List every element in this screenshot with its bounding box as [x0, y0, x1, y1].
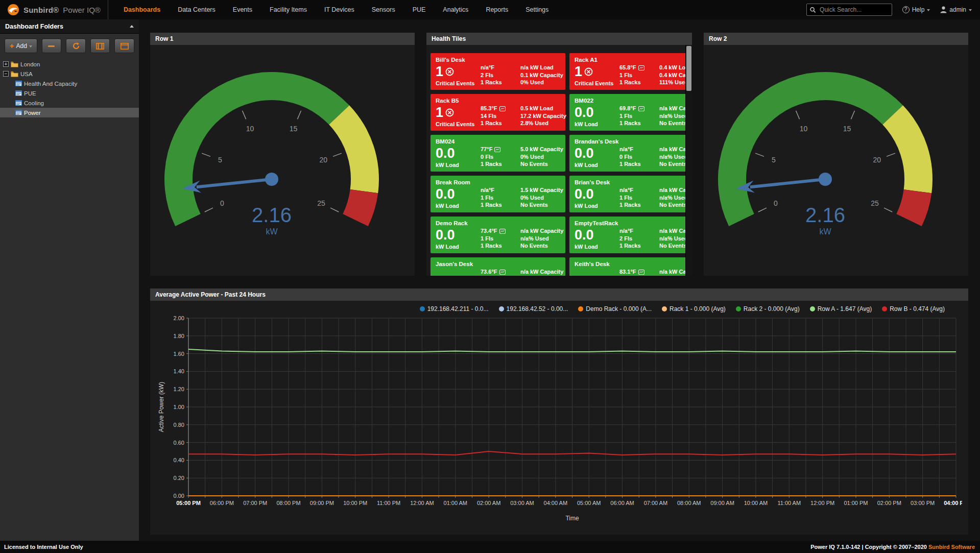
refresh-button[interactable]	[66, 39, 86, 53]
scrollbar-thumb[interactable]	[686, 46, 691, 91]
legend-item-192-168-42-211[interactable]: 192.168.42.211 - 0.0...	[420, 305, 489, 312]
trend-chart-icon[interactable]	[499, 270, 506, 275]
health-tiles-grid: Bill's Desk1Critical Eventsn/a°F2 FIs1 R…	[426, 45, 692, 276]
tile-primary-metric: 0.0kW Load	[436, 228, 481, 250]
health-tile-rack-b5[interactable]: Rack B51Critical Events85.3°F14 FIs1 Rac…	[431, 94, 565, 131]
svg-text:0.40: 0.40	[174, 457, 184, 463]
tile-primary-number: 0.0	[575, 229, 594, 242]
trend-chart-icon[interactable]	[499, 106, 506, 111]
health-tile-rack-a1[interactable]: Rack A11Critical Events65.8°F1 FIs1 Rack…	[569, 53, 692, 90]
tree-item-london[interactable]: +London	[0, 59, 139, 69]
health-tile-brian-s-desk[interactable]: Brian's Desk0.0kW Loadn/a°F1 FIs1 Racksn…	[569, 176, 692, 212]
tile-stat-text: 77°F	[481, 146, 492, 153]
tile-env-stats: n/a°F0 FIs1 Racks	[619, 146, 659, 168]
legend-item-row-b[interactable]: Row B - 0.474 (Avg)	[882, 305, 945, 312]
slideshow-button[interactable]	[90, 39, 110, 53]
tile-primary-label: Critical Events	[575, 80, 619, 86]
sunbird-software-link[interactable]: Sunbird Software	[928, 544, 975, 550]
tile-stat: n/a°F	[481, 187, 520, 194]
health-tile-keith-s-desk[interactable]: Keith's Desk0.083.1°Fn/a kW Capacity	[569, 257, 692, 276]
tree-item-power[interactable]: Power	[0, 108, 139, 117]
trend-chart-icon[interactable]	[494, 147, 500, 152]
quick-search[interactable]	[806, 4, 892, 16]
brand[interactable]: Sunbird® Power IQ®	[0, 4, 108, 16]
legend-item-row-a[interactable]: Row A - 1.647 (Avg)	[810, 305, 872, 312]
health-scrollbar[interactable]	[685, 45, 692, 276]
collapse-icon[interactable]: −	[3, 71, 9, 77]
svg-text:0: 0	[774, 199, 778, 207]
legend-item-rack-1[interactable]: Rack 1 - 0.000 (Avg)	[662, 305, 726, 312]
dashboard-folders-header[interactable]: Dashboard Folders	[0, 19, 139, 34]
legend-marker-icon	[662, 306, 667, 311]
svg-text:05:00 PM: 05:00 PM	[176, 500, 201, 506]
tile-primary-value: 0.0	[575, 147, 619, 160]
nav-facility-items[interactable]: Facility Items	[270, 6, 307, 13]
health-tile-demo-rack[interactable]: Demo Rack0.0kW Load73.4°F1 FIs1 Racksn/a…	[431, 217, 565, 253]
legend-item-demo-rack[interactable]: Demo Rack - 0.000 (A...	[578, 305, 652, 312]
tile-stat-text: n/a% Used	[520, 235, 549, 243]
health-tile-bm022[interactable]: BM0220.0kW Load69.8°F1 FIs1 Racksn/a kW …	[569, 94, 692, 131]
tile-primary-value: 0.0	[575, 276, 619, 276]
legend-label: Rack 2 - 0.000 (Avg)	[744, 305, 800, 312]
remove-button[interactable]	[42, 39, 62, 53]
nav-it-devices[interactable]: IT Devices	[324, 6, 354, 13]
svg-text:20: 20	[873, 156, 881, 164]
tile-power-stats: n/a kW Load0.1 kW Capacity0% Used	[520, 64, 560, 86]
trend-chart-icon[interactable]	[638, 106, 644, 111]
nav-reports[interactable]: Reports	[486, 6, 508, 13]
nav-settings[interactable]: Settings	[525, 6, 548, 13]
tile-stat-text: 1 FIs	[619, 113, 632, 120]
critical-event-icon	[445, 108, 454, 117]
nav-sensors[interactable]: Sensors	[372, 6, 395, 13]
tree-item-label: PUE	[24, 90, 36, 97]
collapse-panel-icon[interactable]	[130, 25, 134, 28]
tile-stats-row: 0.0kW Loadn/a°F2 FIs1 Racksn/a kW Capaci…	[575, 228, 692, 250]
tree-item-health-and-capacity[interactable]: Health And Capacity	[0, 79, 139, 88]
tile-stat: 0 FIs	[619, 154, 659, 161]
trend-chart-icon[interactable]	[499, 229, 506, 234]
svg-text:Time: Time	[565, 515, 579, 522]
svg-text:04:00 PM: 04:00 PM	[944, 500, 962, 506]
tile-title: Brian's Desk	[575, 179, 692, 185]
nav-pue[interactable]: PUE	[413, 6, 426, 13]
tile-stat-text: 2 FIs	[619, 235, 632, 243]
trend-chart-icon[interactable]	[638, 65, 644, 70]
add-button[interactable]: + Add	[5, 39, 37, 53]
health-tile-bill-s-desk[interactable]: Bill's Desk1Critical Eventsn/a°F2 FIs1 R…	[431, 53, 565, 90]
user-menu[interactable]: admin	[940, 6, 972, 13]
health-tile-bm024[interactable]: BM0240.0kW Load77°F0 FIs1 Racks5.0 kW Ca…	[431, 135, 565, 172]
legend-item-192-168-42-52[interactable]: 192.168.42.52 - 0.00...	[499, 305, 568, 312]
nav-data-centers[interactable]: Data Centers	[178, 6, 216, 13]
tile-stat-text: n/a kW Capacity	[520, 228, 563, 235]
tree-item-cooling[interactable]: Cooling	[0, 98, 139, 108]
legend-item-rack-2[interactable]: Rack 2 - 0.000 (Avg)	[736, 305, 800, 312]
tile-stat: 1 FIs	[619, 113, 659, 120]
chevron-down-icon	[927, 9, 930, 11]
content: Dashboard Folders + Add	[0, 19, 980, 541]
health-tile-break-room[interactable]: Break Room0.0kW Loadn/a°F1 FIs1 Racks1.5…	[431, 176, 565, 212]
svg-text:11:00 AM: 11:00 AM	[777, 500, 801, 506]
nav-dashboards[interactable]: Dashboards	[124, 6, 160, 13]
topbar-right: ? Help admin	[806, 4, 980, 16]
health-tile-brandan-s-desk[interactable]: Brandan's Desk0.0kW Loadn/a°F0 FIs1 Rack…	[569, 135, 692, 172]
version-text: Power IQ 7.1.0-142 | Copyright © 2007–20…	[810, 544, 975, 550]
trend-chart-icon[interactable]	[638, 270, 644, 275]
tile-stats-row: 0.0kW Load77°F0 FIs1 Racks5.0 kW Capacit…	[436, 146, 560, 168]
nav-events[interactable]: Events	[233, 6, 252, 13]
tile-primary-label: kW Load	[436, 203, 481, 209]
help-menu[interactable]: ? Help	[902, 6, 930, 13]
tree-item-usa[interactable]: −USA	[0, 69, 139, 79]
svg-text:kW: kW	[819, 227, 831, 236]
open-window-button[interactable]	[114, 39, 134, 53]
tile-stat-text: No Events	[659, 161, 687, 168]
tile-stat: No Events	[520, 161, 560, 168]
tile-stat: n/a kW Capacity	[520, 228, 560, 235]
svg-text:25: 25	[871, 199, 879, 207]
nav-analytics[interactable]: Analytics	[443, 6, 468, 13]
expand-icon[interactable]: +	[3, 61, 9, 67]
tree-item-pue[interactable]: PUE	[0, 88, 139, 98]
health-tile-jason-s-desk[interactable]: Jason's Desk0.073.6°Fn/a kW Capacity	[431, 257, 565, 276]
tile-stat: 65.8°F	[619, 64, 659, 71]
search-input[interactable]	[819, 6, 889, 14]
health-tile-emptytestrack[interactable]: EmptyTestRack0.0kW Loadn/a°F2 FIs1 Racks…	[569, 217, 692, 253]
